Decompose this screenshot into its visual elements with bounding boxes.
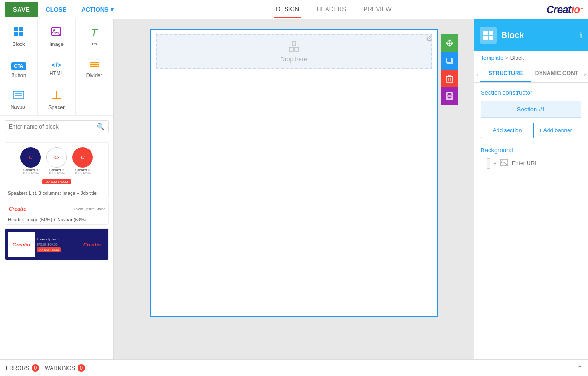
bottom-bar: ERRORS 0 WARNINGS 0 ⌃ xyxy=(0,359,588,376)
panel-header-icon xyxy=(480,27,497,44)
sidebar-item-divider-label: Divider xyxy=(86,72,102,78)
panel-title: Block xyxy=(501,31,575,40)
breadcrumb-current: Block xyxy=(510,55,524,61)
header-nav: Loremipsumdolor xyxy=(74,207,105,211)
search-icon[interactable]: 🔍 xyxy=(97,123,105,130)
close-button[interactable]: CLOSE xyxy=(38,2,74,17)
sidebar-item-spacer[interactable]: Spacer xyxy=(38,83,75,115)
svg-rect-30 xyxy=(483,36,488,40)
bg-image-icon[interactable] xyxy=(500,159,508,168)
background-color-swatch[interactable] xyxy=(487,158,490,169)
svg-rect-17 xyxy=(289,47,293,51)
add-banner-button[interactable]: + Add banner | xyxy=(533,123,582,138)
product-info: Lorem Ipsum $75.00 $60.00 LOREM IPSUM xyxy=(37,232,77,257)
section-constructor-title: Section constructor xyxy=(481,89,581,96)
warnings-label: WARNINGS xyxy=(45,365,75,371)
image-icon xyxy=(51,26,62,39)
speakers-block-label: Speakers List. 3 columns: Image + Job ti… xyxy=(5,189,108,198)
add-buttons-row: + Add section + Add banner | xyxy=(481,123,581,138)
spacer-icon xyxy=(51,90,62,103)
svg-rect-18 xyxy=(295,47,299,51)
actions-label: ACTIONS xyxy=(81,6,109,13)
save-block-button[interactable] xyxy=(441,87,458,105)
header-logo: Creatio xyxy=(9,206,26,212)
svg-rect-29 xyxy=(489,31,493,35)
block-preview-product[interactable]: Creatio Lorem Ipsum $75.00 $60.00 LOREM … xyxy=(5,228,109,260)
header-block-label: Header. Image (50%) + Navbar (50%) xyxy=(5,215,108,224)
sidebar-item-block[interactable]: Block xyxy=(0,19,38,52)
sidebar-item-html[interactable]: </> HTML xyxy=(38,52,75,83)
sidebar-item-spacer-label: Spacer xyxy=(48,104,65,110)
save-button[interactable]: SAVE xyxy=(5,2,38,17)
tab-structure[interactable]: STRUCTURE xyxy=(480,65,531,82)
main-nav-tabs: DESIGN HEADERS PREVIEW xyxy=(121,1,546,18)
left-sidebar: Block Image T Text CTA Button xyxy=(0,19,114,359)
actions-button[interactable]: ACTIONS ▾ xyxy=(74,2,121,17)
canvas-area: ⚙ Drop here xyxy=(114,19,474,359)
add-banner-label: + Add banner xyxy=(539,127,572,134)
svg-point-5 xyxy=(53,29,55,31)
svg-rect-0 xyxy=(14,27,18,31)
tab-right-arrow[interactable]: › xyxy=(582,70,588,78)
chevron-down-icon: ▾ xyxy=(111,6,114,13)
background-checkbox[interactable] xyxy=(481,160,483,167)
bg-dropdown-arrow[interactable]: ▾ xyxy=(494,161,496,166)
sidebar-item-navbar[interactable]: Navbar xyxy=(0,83,38,115)
sidebar-item-image-label: Image xyxy=(49,41,64,47)
gear-icon[interactable]: ⚙ xyxy=(426,34,432,43)
right-panel: Block ℹ Template > Block ‹ STRUCTURE DYN… xyxy=(474,19,588,359)
errors-badge: 0 xyxy=(32,364,39,372)
tab-preview[interactable]: PREVIEW xyxy=(362,1,393,18)
block-search[interactable]: 🔍 xyxy=(5,120,109,133)
warnings-badge: 0 xyxy=(78,364,85,372)
delete-button[interactable] xyxy=(441,70,458,87)
tab-headers[interactable]: HEADERS xyxy=(315,1,348,18)
svg-rect-2 xyxy=(14,32,18,36)
text-icon: T xyxy=(91,27,97,39)
breadcrumb-separator: > xyxy=(505,55,509,61)
section-item[interactable]: Section #1 xyxy=(481,101,581,118)
side-actions xyxy=(441,34,458,105)
block-preview-header[interactable]: Creatio Loremipsumdolor Header. Image (5… xyxy=(5,202,109,225)
breadcrumb-template-link[interactable]: Template xyxy=(481,55,503,61)
divider-icon xyxy=(89,58,100,71)
block-preview-speakers[interactable]: C Speaker 1 Full Job Title C· Speaker 2 … xyxy=(5,142,109,198)
button-icon: CTA xyxy=(11,58,26,71)
svg-rect-16 xyxy=(292,42,296,45)
background-row: ▾ xyxy=(481,158,581,169)
svg-point-33 xyxy=(502,161,503,162)
errors-label: ERRORS xyxy=(6,365,29,371)
header-preview-image: Creatio Loremipsumdolor xyxy=(5,202,108,215)
sidebar-item-block-label: Block xyxy=(13,41,25,47)
product-preview-image: Creatio Lorem Ipsum $75.00 $60.00 LOREM … xyxy=(5,229,108,260)
sidebar-item-divider[interactable]: Divider xyxy=(76,52,113,83)
background-url-input[interactable] xyxy=(512,159,581,168)
sidebar-item-text[interactable]: T Text xyxy=(76,19,113,52)
svg-rect-28 xyxy=(483,31,488,35)
sidebar-item-html-label: HTML xyxy=(50,71,64,76)
background-title: Background xyxy=(481,147,581,154)
right-panel-header: Block ℹ xyxy=(474,19,588,51)
panel-content: Section constructor Section #1 + Add sec… xyxy=(474,83,588,359)
tab-left-arrow[interactable]: ‹ xyxy=(474,70,480,78)
chevron-up-icon[interactable]: ⌃ xyxy=(577,364,582,372)
drop-zone-icon xyxy=(289,41,299,54)
creatio-logo: Creatio ™ xyxy=(546,4,583,16)
main-layout: Block Image T Text CTA Button xyxy=(0,19,588,359)
right-panel-tabs: ‹ STRUCTURE DYNAMIC CONT › xyxy=(474,65,588,83)
html-icon: </> xyxy=(52,61,62,69)
move-button[interactable] xyxy=(441,34,458,52)
product-image: Creatio xyxy=(8,232,35,257)
info-icon[interactable]: ℹ xyxy=(580,31,582,40)
components-grid: Block Image T Text CTA Button xyxy=(0,19,113,116)
navbar-icon xyxy=(13,90,24,102)
sidebar-item-button[interactable]: CTA Button xyxy=(0,52,38,83)
add-section-button[interactable]: + Add section xyxy=(481,123,529,138)
drop-zone-label: Drop here xyxy=(281,56,307,63)
sidebar-item-image[interactable]: Image xyxy=(38,19,75,52)
drop-zone[interactable]: Drop here xyxy=(156,34,432,69)
copy-button[interactable] xyxy=(441,52,458,70)
tab-dynamic-content[interactable]: DYNAMIC CONT xyxy=(531,65,582,82)
tab-design[interactable]: DESIGN xyxy=(274,1,301,18)
search-input[interactable] xyxy=(9,123,94,130)
